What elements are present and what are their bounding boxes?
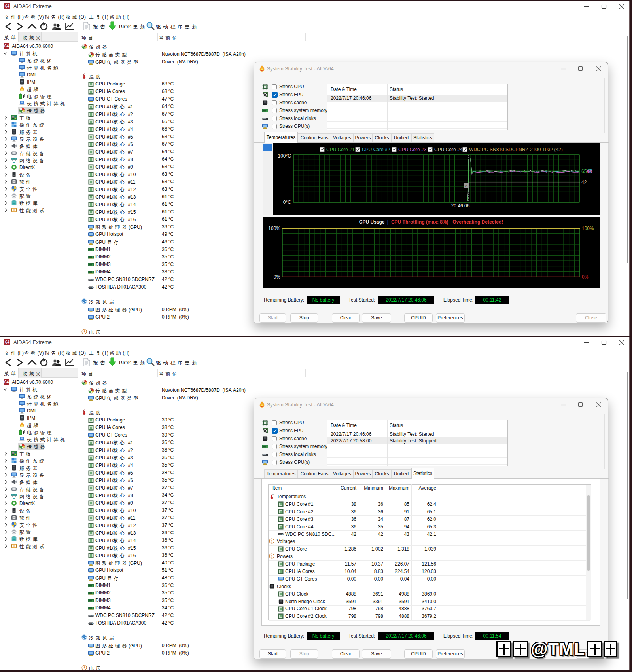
svg-text:0%: 0%: [582, 274, 589, 280]
svg-text:WDC PC SN810 SDCPNRZ-2T00-1032: WDC PC SN810 SDCPNRZ-2T00-1032 (42): [469, 147, 563, 152]
svg-text:CPU Core #2: CPU Core #2: [362, 147, 390, 152]
svg-text:A: A: [465, 184, 467, 188]
svg-text:CPU Core #3: CPU Core #3: [398, 147, 427, 152]
svg-text:CPU Core #1: CPU Core #1: [326, 147, 355, 152]
svg-text:100%: 100%: [582, 226, 594, 231]
svg-text:42: 42: [581, 180, 587, 185]
svg-text:100%: 100%: [268, 226, 280, 231]
svg-text:100°C: 100°C: [278, 153, 291, 159]
svg-text:CPU Core #4: CPU Core #4: [434, 147, 463, 152]
svg-text:20:46:06: 20:46:06: [451, 203, 470, 209]
svg-text:65: 65: [581, 169, 587, 174]
svg-text:CPU Usage | CPU Throttling (: CPU Usage | CPU Throttling (max: 8%) - O…: [359, 219, 503, 225]
svg-text:0%: 0%: [274, 274, 281, 280]
svg-text:0°C: 0°C: [283, 199, 291, 205]
svg-text:66: 66: [587, 169, 592, 175]
